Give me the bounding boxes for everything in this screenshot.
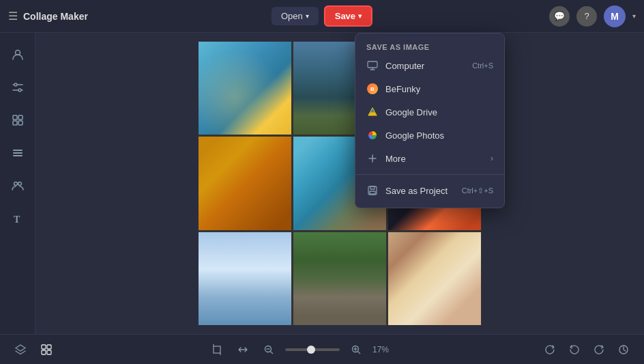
save-gdrive-item[interactable]: Google Drive: [355, 100, 504, 124]
save-computer-label: Computer: [385, 61, 424, 71]
save-computer-item[interactable]: Computer Ctrl+S: [355, 54, 504, 77]
save-project-icon: [366, 184, 379, 197]
topbar-right: 💬 ? M ▾: [549, 5, 636, 27]
collage-cell-1[interactable]: [199, 42, 291, 135]
svg-point-4: [18, 89, 21, 92]
crop-icon[interactable]: [207, 340, 226, 359]
help-icon[interactable]: ?: [576, 6, 597, 27]
svg-rect-8: [18, 121, 23, 125]
sidebar-item-adjust[interactable]: [4, 74, 31, 101]
sidebar-item-people[interactable]: [4, 172, 31, 199]
gdrive-icon: [366, 106, 379, 118]
save-dropdown: Save as Image Computer Ctrl+S B BeFunky …: [355, 33, 505, 208]
svg-rect-32: [47, 350, 51, 354]
save-gphotos-item[interactable]: Google Photos: [355, 124, 504, 147]
sidebar-item-layout[interactable]: [4, 107, 31, 134]
collage-cell-7[interactable]: [199, 232, 291, 325]
svg-rect-7: [13, 121, 17, 125]
svg-rect-27: [370, 186, 375, 189]
save-project-item[interactable]: Save as Project Ctrl+⇧+S: [355, 179, 504, 202]
save-more-item[interactable]: More ›: [355, 147, 504, 170]
sidebar: T: [0, 33, 35, 334]
computer-icon: [366, 59, 379, 72]
sidebar-item-profile[interactable]: [4, 41, 31, 68]
bottom-left: [11, 340, 56, 359]
save-button[interactable]: Save ▾: [324, 5, 372, 27]
more-chevron-icon: ›: [491, 154, 493, 163]
svg-rect-5: [13, 115, 17, 120]
svg-line-40: [357, 351, 360, 354]
svg-rect-6: [18, 115, 23, 120]
save-more-label: More: [385, 154, 406, 164]
collage-cell-8[interactable]: [293, 232, 386, 325]
befunky-icon: B: [366, 83, 379, 95]
save-gphotos-label: Google Photos: [385, 130, 444, 141]
menu-icon[interactable]: ☰: [8, 10, 18, 23]
avatar-chevron[interactable]: ▾: [632, 12, 636, 20]
zoom-out-icon[interactable]: [259, 340, 278, 359]
topbar: ☰ Collage Maker Open ▾ Save ▾ 💬 ? M ▾: [0, 0, 644, 33]
save-befunky-item[interactable]: B BeFunky: [355, 77, 504, 100]
collage-cell-4[interactable]: [199, 137, 291, 229]
save-befunky-label: BeFunky: [385, 84, 420, 94]
svg-rect-33: [214, 346, 220, 353]
collage-cell-9[interactable]: [388, 232, 481, 325]
svg-rect-30: [47, 345, 51, 349]
undo-icon[interactable]: [565, 340, 584, 359]
save-project-shortcut: Ctrl+⇧+S: [462, 186, 493, 195]
zoom-slider[interactable]: [285, 348, 340, 351]
chat-icon[interactable]: 💬: [549, 6, 570, 27]
save-gdrive-label: Google Drive: [385, 107, 437, 117]
bottom-center: 17%: [64, 340, 532, 359]
svg-rect-9: [13, 150, 23, 151]
svg-rect-28: [370, 191, 375, 194]
svg-point-2: [14, 83, 17, 86]
zoom-value: 17%: [372, 345, 389, 354]
redo-icon[interactable]: [589, 340, 609, 359]
svg-rect-11: [13, 155, 23, 156]
svg-point-12: [14, 182, 17, 186]
app-title: Collage Maker: [23, 11, 88, 22]
svg-text:T: T: [14, 214, 20, 225]
svg-rect-31: [42, 350, 46, 354]
grid-bottom-icon[interactable]: [37, 340, 56, 359]
sidebar-item-layers[interactable]: [4, 139, 31, 167]
plus-icon: [366, 152, 379, 165]
dropdown-section-title: Save as Image: [355, 39, 504, 54]
zoom-in-icon[interactable]: [347, 340, 366, 359]
topbar-center: Open ▾ Save ▾: [272, 5, 372, 27]
open-button[interactable]: Open ▾: [272, 7, 319, 25]
canvas-area: [35, 33, 644, 334]
sidebar-item-text[interactable]: T: [4, 205, 31, 232]
gphotos-icon: [366, 129, 379, 141]
zoom-thumb[interactable]: [307, 346, 315, 354]
bottom-right: [540, 340, 633, 359]
save-computer-shortcut: Ctrl+S: [472, 61, 493, 70]
save-project-label: Save as Project: [385, 186, 448, 196]
svg-rect-10: [13, 152, 23, 154]
svg-rect-29: [42, 345, 46, 349]
svg-point-13: [18, 182, 21, 186]
resize-icon[interactable]: [233, 340, 252, 359]
bottombar: 17%: [0, 334, 644, 364]
layers-bottom-icon[interactable]: [11, 340, 30, 359]
history-icon[interactable]: [614, 340, 633, 359]
avatar[interactable]: M: [604, 5, 626, 27]
dropdown-divider: [355, 174, 504, 175]
svg-rect-15: [368, 61, 377, 68]
refresh-icon[interactable]: [540, 340, 559, 359]
svg-line-37: [270, 351, 273, 354]
